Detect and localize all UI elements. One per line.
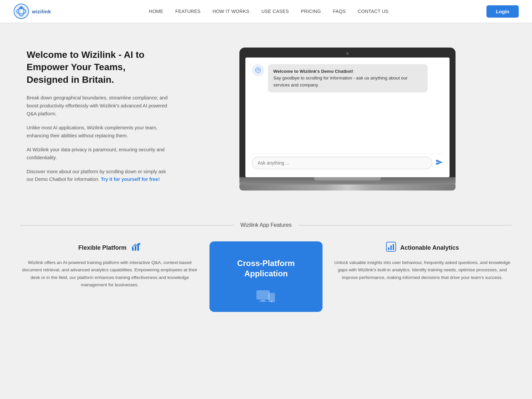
chatbot-avatar — [252, 64, 264, 76]
svg-rect-10 — [257, 291, 269, 299]
feature-cross-platform-card: Cross-Platform Application — [209, 241, 323, 312]
nav-faqs[interactable]: FAQS — [333, 9, 346, 14]
chat-input-area — [252, 154, 443, 171]
divider-line-right — [298, 225, 512, 225]
logo-icon — [13, 3, 29, 19]
cta-free-link[interactable]: Try it for yourself for free! — [101, 177, 160, 182]
feature-flexible-header: Flexible Platform — [20, 241, 200, 254]
flexible-platform-icon — [131, 241, 141, 254]
send-button[interactable] — [436, 159, 443, 168]
chat-welcome-bubble: Welcome to Wizilink's Demo Chatbot! Say … — [268, 64, 428, 92]
hero-paragraph-4: Discover more about our platform by scro… — [27, 168, 170, 184]
analytics-icon — [386, 241, 396, 254]
nav-how-it-works[interactable]: HOW IT WORKS — [212, 9, 249, 14]
cross-platform-devices-icon — [256, 289, 276, 305]
laptop-screen-outer: Welcome to Wizilink's Demo Chatbot! Say … — [239, 48, 456, 177]
chatbot-icon — [255, 67, 261, 73]
svg-point-14 — [271, 301, 272, 302]
laptop-bottom-bar — [239, 185, 456, 191]
svg-rect-18 — [393, 244, 394, 250]
hero-paragraph-3: At Wizilink your data privacy is paramou… — [27, 146, 170, 162]
svg-point-3 — [20, 7, 22, 9]
features-cards: Flexible Platform Wizilink offers an AI-… — [0, 238, 532, 332]
svg-rect-12 — [259, 301, 267, 302]
logo-link[interactable]: wizilink — [13, 3, 51, 19]
camera-dot — [346, 52, 349, 55]
svg-point-4 — [256, 68, 261, 73]
laptop-base — [239, 177, 456, 185]
feature-analytics-header: Actionable Analytics — [332, 241, 512, 254]
feature-analytics-title: Actionable Analytics — [400, 244, 459, 251]
navbar: wizilink HOME FEATURES HOW IT WORKS USE … — [0, 0, 532, 23]
svg-rect-7 — [132, 247, 134, 251]
svg-rect-8 — [135, 245, 136, 251]
nav-home[interactable]: HOME — [149, 9, 163, 14]
chat-message-row: Welcome to Wizilink's Demo Chatbot! Say … — [252, 64, 443, 92]
logo-text: wizilink — [32, 9, 51, 14]
feature-flexible-title: Flexible Platform — [78, 244, 126, 251]
divider-line-left — [20, 225, 234, 225]
laptop-wrapper: Welcome to Wizilink's Demo Chatbot! Say … — [239, 48, 456, 191]
cross-platform-icon-area — [219, 289, 313, 305]
svg-rect-17 — [390, 245, 392, 250]
svg-point-0 — [14, 4, 29, 19]
nav-contact-us[interactable]: CONTACT US — [358, 9, 389, 14]
nav-features[interactable]: FEATURES — [175, 9, 200, 14]
nav-use-cases[interactable]: USE CASES — [261, 9, 289, 14]
hero-paragraph-1: Break down geographical boundaries, stre… — [27, 94, 170, 118]
feature-cross-platform-title: Cross-Platform Application — [219, 258, 313, 279]
hero-heading: Welcome to Wizilink - AI to Empower Your… — [27, 49, 170, 86]
svg-point-6 — [258, 69, 258, 69]
send-icon — [436, 159, 443, 166]
nav-links: HOME FEATURES HOW IT WORKS USE CASES PRI… — [149, 8, 388, 14]
hero-section: Welcome to Wizilink - AI to Empower Your… — [0, 23, 532, 209]
laptop-demo-container: Welcome to Wizilink's Demo Chatbot! Say … — [190, 48, 505, 191]
chat-input[interactable] — [252, 157, 432, 169]
svg-rect-9 — [137, 243, 139, 251]
nav-pricing[interactable]: PRICING — [301, 9, 321, 14]
feature-actionable-analytics: Actionable Analytics Unlock valuable ins… — [332, 241, 512, 281]
feature-analytics-desc: Unlock valuable insights into user behav… — [332, 259, 512, 281]
laptop-screen-inner: Welcome to Wizilink's Demo Chatbot! Say … — [245, 58, 450, 177]
feature-flexible-desc: Wizilink offers an AI-powered training p… — [20, 259, 200, 289]
laptop-stand — [314, 177, 381, 181]
login-button[interactable]: Login — [486, 5, 519, 18]
features-section-title: Wizilink App Features — [240, 222, 292, 228]
svg-rect-11 — [261, 300, 265, 301]
hero-text-block: Welcome to Wizilink - AI to Empower Your… — [27, 49, 170, 190]
hero-paragraph-2: Unlike most AI applications, Wizilink co… — [27, 124, 170, 140]
svg-point-5 — [257, 69, 259, 71]
feature-flexible-platform: Flexible Platform Wizilink offers an AI-… — [20, 241, 200, 289]
features-divider: Wizilink App Features — [0, 209, 532, 238]
svg-rect-16 — [388, 247, 389, 250]
